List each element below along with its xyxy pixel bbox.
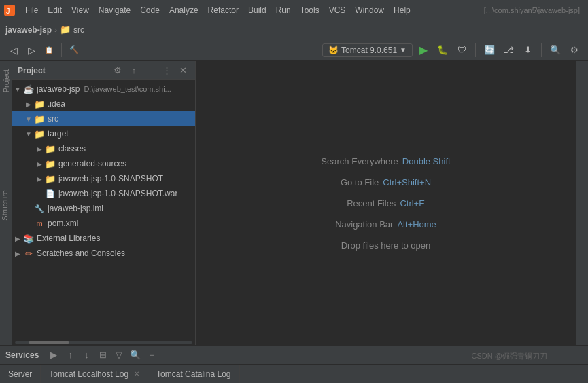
expand-arrow-src: ▼: [23, 113, 34, 124]
menu-item-build[interactable]: Build: [243, 3, 271, 18]
panel-scroll-top-button[interactable]: ↑: [127, 64, 141, 77]
expand-arrow-generated-sources: ▶: [34, 158, 45, 169]
search-everywhere-button[interactable]: 🔍: [547, 42, 564, 58]
menu-item-edit[interactable]: Edit: [43, 3, 67, 18]
tree-label-pom: pom.xml: [48, 219, 78, 228]
status-tab-localhost-log[interactable]: Tomcat Localhost Log ✕: [41, 365, 148, 384]
menu-item-code[interactable]: Code: [135, 3, 165, 18]
hint-drop-files: Drop files here to open: [341, 240, 431, 251]
file-icon-pom: m: [34, 218, 45, 229]
git-pull-button[interactable]: ⬇: [519, 42, 536, 58]
right-sidebar: [576, 61, 588, 345]
services-search-button[interactable]: 🔍: [128, 348, 142, 362]
tree-item-idea[interactable]: ▶ 📁 .idea: [12, 96, 195, 111]
tree-item-src[interactable]: ▼ 📁 src: [12, 111, 195, 126]
hint-go-to-file: Go to File Ctrl+Shift+N: [341, 177, 431, 187]
menu-item-refactor[interactable]: Refactor: [203, 3, 243, 18]
debug-button[interactable]: 🐛: [434, 42, 451, 58]
window-title-path: [...\com.shiyan5\javaweb-jsp]: [484, 6, 580, 14]
panel-gear-button[interactable]: ⋮: [160, 64, 173, 77]
tree-item-ext-libs[interactable]: ▶ 📚 External Libraries: [12, 231, 195, 246]
project-sidebar-label[interactable]: Project: [1, 64, 12, 98]
menu-bar: J File Edit View Navigate Code Analyze R…: [0, 0, 588, 20]
run-button[interactable]: ▶: [415, 42, 432, 58]
menu-item-file[interactable]: File: [20, 3, 43, 18]
menu-item-window[interactable]: Window: [350, 3, 389, 18]
update-button[interactable]: 🔄: [481, 42, 498, 58]
services-filter-button[interactable]: ⊞: [96, 348, 109, 362]
git-button[interactable]: ⎇: [500, 42, 517, 58]
menu-item-view[interactable]: View: [67, 3, 94, 18]
hint-goto-label: Go to File: [341, 177, 379, 187]
tree-item-classes[interactable]: ▶ 📁 classes: [12, 141, 195, 156]
tree-label-src: src: [48, 114, 58, 124]
hint-recent-label: Recent Files: [347, 198, 396, 208]
breadcrumb-bar: javaweb-jsp › 📁 src: [0, 20, 588, 39]
services-run-button[interactable]: ▶: [47, 348, 60, 362]
tree-label-generated-sources: generated-sources: [58, 159, 126, 168]
breadcrumb-sep1: ›: [54, 25, 57, 35]
tree-item-snapshot[interactable]: ▶ 📁 javaweb-jsp-1.0-SNAPSHOT: [12, 171, 195, 186]
panel-scrollbar[interactable]: [12, 340, 195, 345]
project-tree: ▼ ☕ javaweb-jsp D:\javaweb_test\com.shi.…: [12, 80, 195, 340]
services-filter2-button[interactable]: ▽: [112, 348, 126, 362]
recent-files-button[interactable]: 📋: [41, 42, 57, 58]
menu-item-tools[interactable]: Tools: [296, 3, 324, 18]
run-config-label: Tomcat 9.0.651: [341, 45, 397, 55]
structure-sidebar-label[interactable]: Structure: [1, 190, 9, 221]
tree-item-generated-sources[interactable]: ▶ 📁 generated-sources: [12, 156, 195, 171]
menu-item-run[interactable]: Run: [271, 3, 296, 18]
tree-label-ext-libs: External Libraries: [37, 234, 100, 243]
panel-collapse-button[interactable]: —: [143, 64, 157, 77]
panel-settings-button[interactable]: ⚙: [111, 64, 124, 77]
folder-icon-snapshot: 📁: [45, 173, 56, 184]
tree-item-scratches[interactable]: ▶ ✏ Scratches and Consoles: [12, 246, 195, 261]
tree-label-target: target: [48, 129, 69, 139]
breadcrumb-project: javaweb-jsp: [5, 25, 52, 35]
build-button[interactable]: 🔨: [66, 42, 82, 58]
status-tab-server[interactable]: Server: [0, 365, 41, 384]
menu-item-help[interactable]: Help: [389, 3, 415, 18]
panel-close-button[interactable]: ✕: [176, 64, 190, 77]
file-icon-war: 📄: [45, 188, 56, 199]
expand-arrow-javaweb-jsp: ▼: [12, 84, 23, 94]
tree-item-pom[interactable]: ▶ m pom.xml: [12, 216, 195, 231]
services-add-button[interactable]: ＋: [145, 348, 158, 362]
panel-title: Project: [18, 66, 108, 75]
coverage-button[interactable]: 🛡: [453, 42, 470, 58]
svg-text:J: J: [6, 7, 10, 15]
menu-item-vcs[interactable]: VCS: [324, 3, 351, 18]
toolbar-build-group: 🔨: [66, 42, 82, 58]
menu-item-navigate[interactable]: Navigate: [94, 3, 135, 18]
folder-icon-target: 📁: [34, 128, 45, 139]
tree-detail-javaweb-jsp: D:\javaweb_test\com.shi...: [84, 85, 171, 93]
toolbar: ◁ ▷ 📋 🔨 🐱 Tomcat 9.0.651 ▼ ▶ 🐛 🛡 🔄 ⎇ ⬇ 🔍…: [0, 39, 588, 61]
tree-item-iml[interactable]: ▶ 🔧 javaweb-jsp.iml: [12, 201, 195, 216]
tree-label-iml: javaweb-jsp.iml: [48, 204, 103, 213]
hint-search-everywhere: Search Everywhere Double Shift: [321, 156, 450, 166]
settings-button[interactable]: ⚙: [566, 42, 583, 58]
close-localhost-log-button[interactable]: ✕: [134, 370, 139, 378]
tree-item-javaweb-jsp[interactable]: ▼ ☕ javaweb-jsp D:\javaweb_test\com.shi.…: [12, 81, 195, 96]
panel-header: Project ⚙ ↑ — ⋮ ✕: [12, 61, 195, 80]
expand-arrow-idea: ▶: [23, 98, 34, 109]
tree-item-target[interactable]: ▼ 📁 target: [12, 126, 195, 141]
back-button[interactable]: ◁: [5, 42, 22, 58]
expand-arrow-classes: ▶: [34, 143, 45, 154]
tree-item-war[interactable]: ▶ 📄 javaweb-jsp-1.0-SNAPSHOT.war: [12, 186, 195, 201]
services-down-button[interactable]: ↓: [80, 348, 93, 362]
status-tab-catalina-log[interactable]: Tomcat Catalina Log: [148, 365, 239, 384]
hint-recent-key: Ctrl+E: [400, 198, 424, 208]
tree-label-idea: .idea: [48, 99, 65, 109]
forward-button[interactable]: ▷: [23, 42, 39, 58]
run-config-icon: 🐱: [328, 45, 339, 55]
run-config-dropdown[interactable]: 🐱 Tomcat 9.0.651 ▼: [322, 43, 413, 57]
folder-icon-classes: 📁: [45, 143, 56, 154]
breadcrumb-src: src: [73, 25, 84, 35]
hint-search-label: Search Everywhere: [321, 156, 398, 166]
tree-label-javaweb-jsp: javaweb-jsp: [37, 84, 80, 94]
services-up-button[interactable]: ↑: [63, 348, 77, 362]
menu-item-analyze[interactable]: Analyze: [165, 3, 203, 18]
scratches-icon: ✏: [23, 248, 34, 259]
folder-icon-src: 📁: [34, 113, 45, 124]
